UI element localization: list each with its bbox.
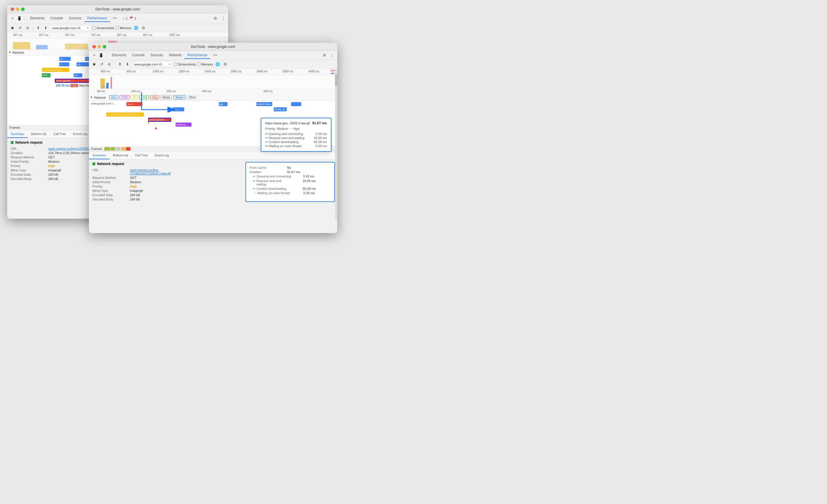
- screenshots-check-2[interactable]: Screenshots: [174, 63, 196, 66]
- net-bar-r[interactable]: r...: [59, 62, 69, 66]
- tab-elements-2[interactable]: Elements: [109, 52, 129, 59]
- net-bar-cr[interactable]: Cr...: [74, 73, 82, 77]
- refresh-icon-1[interactable]: ↺: [17, 25, 23, 31]
- tab-more-1[interactable]: >>: [110, 15, 120, 22]
- record-icon-2[interactable]: ⏺: [91, 61, 97, 67]
- frames-label-1: Frames: [9, 126, 20, 129]
- download-icon-1[interactable]: ⬇: [43, 25, 49, 31]
- screenshots-checkbox-1[interactable]: [92, 26, 96, 30]
- mobile-icon[interactable]: 📱: [16, 15, 22, 21]
- settings-icon-1[interactable]: ⚙: [212, 15, 218, 21]
- download-icon-2[interactable]: ⬇: [125, 61, 130, 67]
- stop-icon-2[interactable]: ⊘: [106, 61, 112, 67]
- memory-check-2[interactable]: Memory: [197, 63, 213, 66]
- net-bar-paris-selected[interactable]: paris-games-...: [55, 79, 92, 83]
- bar-gen3[interactable]: [291, 102, 301, 106]
- net-bar-cb[interactable]: cb...: [77, 62, 90, 66]
- tab-summary-1[interactable]: Summary: [7, 130, 28, 138]
- request-marker: [265, 137, 268, 138]
- net-bar-rs[interactable]: rs...: [59, 57, 71, 61]
- settings2-icon-1[interactable]: ⚙: [141, 25, 146, 31]
- mobile-icon-2[interactable]: 📱: [98, 53, 104, 58]
- minimize-button-1[interactable]: [16, 7, 19, 11]
- bar-paris-2[interactable]: paris-games-...: [148, 118, 171, 122]
- scrollbar-2[interactable]: [335, 69, 337, 221]
- bar-ge2[interactable]: ge...: [219, 102, 228, 106]
- summary-url-row-2: URL paris-games-surfing-6753651837110528…: [92, 168, 240, 175]
- minimize-button-2[interactable]: [98, 45, 101, 49]
- bar-cb2[interactable]: cb=...: [173, 107, 184, 111]
- screenshots-checkbox-2[interactable]: [174, 63, 177, 66]
- cache-value: No: [287, 166, 291, 169]
- window-title-2: DevTools - www.google.com/: [191, 45, 235, 49]
- close-button-2[interactable]: [92, 45, 96, 49]
- tab-more-2[interactable]: >>: [210, 52, 220, 59]
- screenshots-check-1[interactable]: Screenshots: [92, 26, 114, 30]
- titlebar-1: DevTools - www.google.com/: [7, 5, 228, 13]
- bar-desktop[interactable]: desktop_...: [176, 123, 191, 127]
- tab-console-1[interactable]: Console: [47, 15, 66, 22]
- network-icon-2[interactable]: 🌐: [215, 61, 221, 67]
- maximize-button-2[interactable]: [103, 45, 106, 49]
- tab-calltree-1[interactable]: Call Tree: [50, 130, 69, 138]
- chip-media[interactable]: Media: [160, 95, 172, 100]
- memory-checkbox-2[interactable]: [197, 63, 201, 66]
- tab-sources-1[interactable]: Sources: [66, 15, 84, 22]
- toolbar-row2-1: ⏺ ↺ ⊘ ⬆ ⬇ www.google.com #1 ▾ Screenshot…: [7, 24, 228, 32]
- chip-other[interactable]: Other: [187, 95, 198, 100]
- address-bar-1[interactable]: www.google.com #1 ▾: [50, 25, 91, 31]
- memory-check-1[interactable]: Memory: [116, 26, 131, 30]
- record-icon-1[interactable]: ⏺: [9, 25, 15, 31]
- tab-eventlog-2[interactable]: Event Log: [151, 152, 173, 159]
- tab-performance-2[interactable]: Performance: [185, 52, 210, 59]
- chip-font[interactable]: Font: [139, 95, 149, 100]
- tab-bottomup-2[interactable]: Bottom-Up: [109, 152, 132, 159]
- cursor-icon-2[interactable]: ⌖: [91, 53, 97, 58]
- tooltip-queuing-label: Queuing and connecting: [269, 132, 303, 135]
- bar-rsa[interactable]: rs=A...: [127, 102, 142, 106]
- devtools-window-2: DevTools - www.google.com/ ⌖ 📱 Elements …: [89, 43, 337, 233]
- refresh-icon-2[interactable]: ↺: [99, 61, 104, 67]
- tab-bottomup-1[interactable]: Bottom-Up: [28, 130, 50, 138]
- tab-console-2[interactable]: Console: [129, 52, 148, 59]
- settings2-icon-2[interactable]: ⚙: [222, 61, 228, 67]
- detail-waiting-label: Waiting on main thread: [257, 191, 303, 195]
- bar-mcdos2[interactable]: m=cdos,hsm,jsa,mb4ZUb,d,c...: [106, 113, 144, 117]
- upload-icon-2[interactable]: ⬆: [117, 61, 123, 67]
- memory-checkbox-1[interactable]: [116, 26, 119, 30]
- scrollbar-thumb-2[interactable]: [335, 74, 337, 86]
- net-bar-mcdos[interactable]: m=cdos,hsm,jsa,...: [42, 68, 69, 72]
- maximize-button-1[interactable]: [21, 7, 25, 11]
- tab-network-2[interactable]: Network: [166, 52, 185, 59]
- prio-label-2: Priority: [92, 185, 130, 188]
- close-button-1[interactable]: [11, 7, 14, 11]
- bar-msb[interactable]: m=sb_wi...: [274, 107, 287, 111]
- tab-elements-1[interactable]: Elements: [27, 15, 47, 22]
- chip-js[interactable]: JS: [131, 95, 138, 100]
- tick-797: 797 ms: [91, 34, 100, 37]
- address-bar-2[interactable]: www.google.com #1 ▾: [132, 61, 173, 67]
- bar-www[interactable]: www.google.com/ (...: [91, 102, 115, 105]
- cache-label: From cache: [249, 166, 287, 169]
- tab-eventlog-1[interactable]: Event Log: [69, 130, 91, 138]
- tab-sources-2[interactable]: Sources: [148, 52, 166, 59]
- chip-css[interactable]: CSS: [119, 95, 130, 100]
- tab-calltree-2[interactable]: Call Tree: [132, 152, 151, 159]
- tab-summary-2[interactable]: Summary: [89, 152, 109, 159]
- settings-icon-2[interactable]: ⚙: [322, 53, 328, 58]
- detail-duration-row: Duration 91.67 ms: [249, 170, 331, 174]
- stop-icon-1[interactable]: ⊘: [25, 25, 30, 31]
- bar-search2[interactable]: search (ww...: [256, 102, 272, 106]
- more-icon-1[interactable]: ⋮: [220, 15, 226, 21]
- tab-performance-1[interactable]: Performance: [84, 15, 110, 22]
- network-icon-1[interactable]: 🌐: [133, 25, 139, 31]
- chip-wasm[interactable]: Wasm: [173, 95, 185, 100]
- network-title-1: Network: [12, 51, 24, 54]
- upload-icon-1[interactable]: ⬆: [35, 25, 41, 31]
- net-bar-af2[interactable]: AF2...: [42, 73, 51, 77]
- url-value-2[interactable]: paris-games-surfing-6753651837110528.3-l…: [130, 168, 171, 175]
- more-icon-2[interactable]: ⋮: [329, 53, 335, 58]
- chip-img[interactable]: Img: [150, 95, 159, 100]
- cursor-icon[interactable]: ⌖: [9, 15, 15, 21]
- chip-doc[interactable]: Doc: [109, 95, 118, 100]
